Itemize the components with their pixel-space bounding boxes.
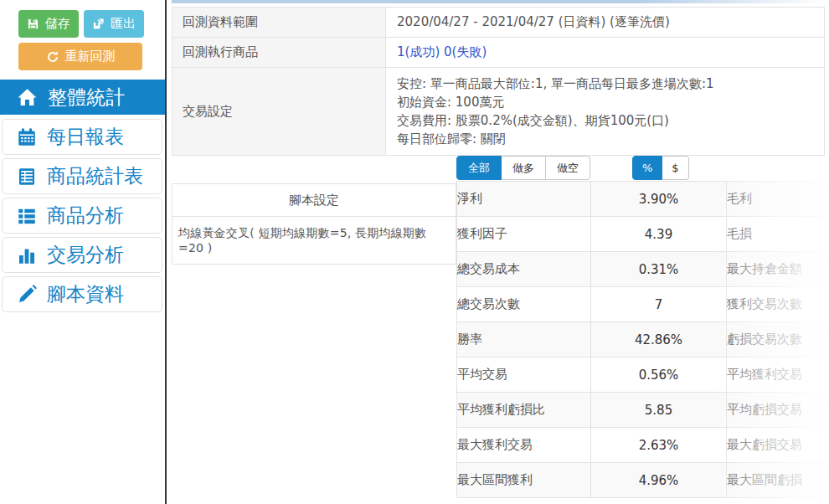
bar-chart-icon bbox=[17, 245, 37, 265]
direction-tab-1[interactable]: 全部 bbox=[456, 156, 502, 180]
overall-stats-table: 淨利3.90%毛利獲利因子4.39毛損總交易成本0.31%最大持倉金額總交易次數… bbox=[456, 181, 829, 498]
sidebar-item-label: 整體統計 bbox=[48, 85, 125, 111]
stats-row: 總交易次數7獲利交易次數 bbox=[457, 287, 829, 322]
stats-value: 7 bbox=[591, 287, 727, 322]
unit-tab-group: %$ bbox=[632, 156, 689, 180]
sidebar-item-label: 商品分析 bbox=[47, 203, 124, 229]
stats-label: 平均獲利虧損比 bbox=[457, 393, 591, 428]
stats-value: 4.39 bbox=[591, 217, 727, 252]
sidebar-item-label: 交易分析 bbox=[47, 242, 124, 268]
stats-value: 42.86% bbox=[591, 322, 727, 357]
top-accent-bar bbox=[172, 0, 825, 3]
info-value-cell: 1(成功) 0(失敗) bbox=[386, 38, 825, 68]
toolbar: 儲存 匯出 bbox=[0, 0, 165, 38]
list-icon bbox=[17, 206, 37, 226]
unit-tab-2[interactable]: $ bbox=[662, 156, 688, 180]
sidebar-item-overall-stats[interactable]: 整體統計 bbox=[0, 80, 165, 115]
rerun-backtest-button[interactable]: 重新回測 bbox=[18, 43, 142, 70]
save-button-label: 儲存 bbox=[45, 16, 70, 32]
stats-secondary-label: 最大區間虧損 bbox=[727, 463, 829, 498]
pencil-icon bbox=[17, 285, 37, 305]
info-label: 回測執行商品 bbox=[172, 38, 386, 68]
direction-tab-group: 全部做多做空 bbox=[456, 156, 590, 180]
direction-tab-2[interactable]: 做多 bbox=[502, 156, 546, 180]
script-settings-value: 均線黃金交叉( 短期均線期數=5, 長期均線期數=20 ) bbox=[172, 217, 456, 264]
info-value-line: 交易費用: 股票0.2%(成交金額)、期貨100元(口) bbox=[397, 111, 813, 130]
stats-value: 4.96% bbox=[591, 463, 727, 498]
sidebar-item-daily-report[interactable]: 每日報表 bbox=[2, 119, 162, 155]
info-value-line: 初始資金: 100萬元 bbox=[397, 93, 813, 111]
unit-tab-1[interactable]: % bbox=[632, 156, 662, 180]
script-settings-table: 腳本設定 均線黃金交叉( 短期均線期數=5, 長期均線期數=20 ) bbox=[172, 183, 456, 265]
app-root: 儲存 匯出 重新回測 整 bbox=[0, 0, 829, 504]
sidebar-item-product-stats[interactable]: 商品統計表 bbox=[2, 158, 162, 194]
info-value-line: 安控: 單一商品最大部位:1, 單一商品每日最多進場次數:1 bbox=[397, 75, 813, 93]
stats-label: 淨利 bbox=[457, 182, 591, 217]
info-row: 交易設定安控: 單一商品最大部位:1, 單一商品每日最多進場次數:1初始資金: … bbox=[172, 68, 825, 156]
refresh-icon bbox=[46, 50, 59, 64]
info-label: 交易設定 bbox=[172, 68, 386, 156]
stats-value: 0.31% bbox=[591, 252, 727, 287]
sidebar-item-product-analysis[interactable]: 商品分析 bbox=[2, 198, 162, 234]
stats-label: 總交易次數 bbox=[457, 287, 591, 322]
stats-label: 總交易成本 bbox=[457, 252, 591, 287]
script-settings-header: 腳本設定 bbox=[172, 184, 456, 217]
table-icon bbox=[17, 167, 37, 187]
sidebar: 儲存 匯出 重新回測 整 bbox=[0, 0, 167, 504]
executed-products-link[interactable]: 1(成功) 0(失敗) bbox=[397, 44, 487, 59]
stats-secondary-label: 平均虧損交易 bbox=[727, 393, 829, 428]
stats-row: 平均獲利虧損比5.85平均虧損交易 bbox=[457, 393, 829, 428]
info-row: 回測資料範圍2020/04/27 - 2021/04/27 (日資料) (逐筆洗… bbox=[172, 8, 825, 38]
backtest-info-table: 回測資料範圍2020/04/27 - 2021/04/27 (日資料) (逐筆洗… bbox=[172, 7, 825, 156]
sidebar-item-trade-analysis[interactable]: 交易分析 bbox=[2, 237, 162, 273]
main-panel: 回測資料範圍2020/04/27 - 2021/04/27 (日資料) (逐筆洗… bbox=[167, 0, 829, 504]
stats-label: 最大獲利交易 bbox=[457, 428, 591, 463]
stats-value: 3.90% bbox=[591, 182, 727, 217]
info-value-line: 每日部位歸零: 關閉 bbox=[397, 130, 813, 148]
sidebar-item-script-data[interactable]: 腳本資料 bbox=[2, 276, 162, 312]
home-icon bbox=[17, 87, 38, 108]
stats-row: 最大獲利交易2.63%最大虧損交易 bbox=[457, 428, 829, 463]
stats-label: 平均交易 bbox=[457, 357, 591, 393]
calendar-icon bbox=[17, 127, 37, 147]
export-icon bbox=[92, 18, 105, 30]
stats-secondary-label: 虧損交易次數 bbox=[727, 322, 829, 357]
stats-secondary-label: 平均獲利交易 bbox=[727, 357, 829, 393]
stats-row: 獲利因子4.39毛損 bbox=[457, 217, 829, 252]
info-value-cell: 安控: 單一商品最大部位:1, 單一商品每日最多進場次數:1初始資金: 100萬… bbox=[386, 68, 825, 156]
sidebar-item-label: 每日報表 bbox=[47, 124, 124, 150]
stats-row: 總交易成本0.31%最大持倉金額 bbox=[457, 252, 829, 287]
stats-row: 平均交易0.56%平均獲利交易 bbox=[457, 357, 829, 393]
stats-value: 5.85 bbox=[591, 393, 727, 428]
info-value-cell: 2020/04/27 - 2021/04/27 (日資料) (逐筆洗價) bbox=[386, 8, 825, 38]
info-row: 回測執行商品1(成功) 0(失敗) bbox=[172, 38, 825, 68]
stats-row: 淨利3.90%毛利 bbox=[457, 182, 829, 217]
export-button[interactable]: 匯出 bbox=[84, 10, 144, 38]
stats-secondary-label: 毛利 bbox=[727, 182, 829, 217]
direction-tab-3[interactable]: 做空 bbox=[546, 156, 590, 180]
stats-label: 最大區間獲利 bbox=[457, 463, 591, 498]
info-value: 2020/04/27 - 2021/04/27 (日資料) (逐筆洗價) bbox=[397, 14, 670, 29]
stats-row: 勝率42.86%虧損交易次數 bbox=[457, 322, 829, 357]
stats-value: 0.56% bbox=[591, 357, 727, 393]
info-label: 回測資料範圍 bbox=[172, 8, 386, 38]
stats-row: 最大區間獲利4.96%最大區間虧損 bbox=[457, 463, 829, 498]
stats-label: 勝率 bbox=[457, 322, 591, 357]
export-button-label: 匯出 bbox=[111, 16, 136, 32]
stats-secondary-label: 最大持倉金額 bbox=[727, 252, 829, 287]
sidebar-item-label: 商品統計表 bbox=[47, 163, 143, 189]
stats-secondary-label: 最大虧損交易 bbox=[727, 428, 829, 463]
stats-secondary-label: 毛損 bbox=[727, 217, 829, 252]
sidebar-menu: 整體統計每日報表商品統計表商品分析交易分析腳本資料 bbox=[0, 80, 165, 312]
save-button[interactable]: 儲存 bbox=[18, 10, 79, 38]
stats-label: 獲利因子 bbox=[457, 217, 591, 252]
save-icon bbox=[27, 18, 39, 30]
stats-value: 2.63% bbox=[591, 428, 727, 463]
rerun-backtest-label: 重新回測 bbox=[65, 49, 116, 64]
sidebar-item-label: 腳本資料 bbox=[47, 281, 124, 307]
stats-secondary-label: 獲利交易次數 bbox=[727, 287, 829, 322]
